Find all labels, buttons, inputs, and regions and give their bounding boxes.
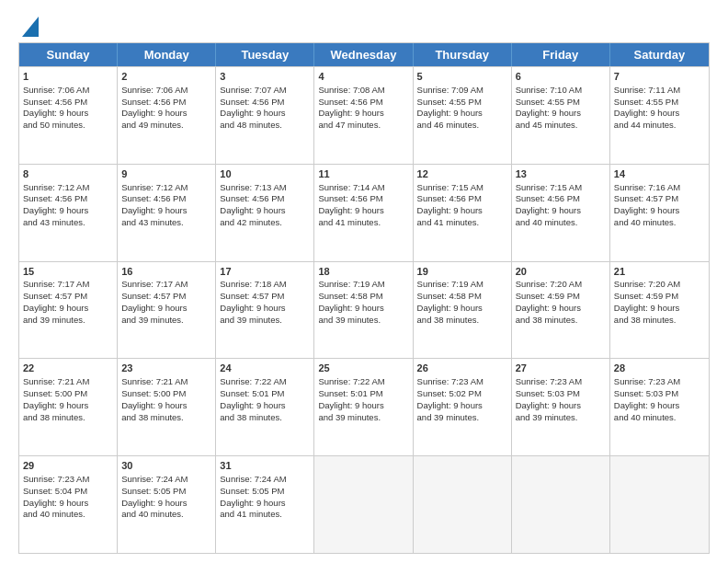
day-info-line-2: Sunset: 4:56 PM — [220, 97, 284, 107]
day-info-line-1: Sunrise: 7:10 AM — [516, 85, 582, 95]
day-info-line-2: Sunset: 4:57 PM — [23, 291, 87, 301]
day-number: 22 — [23, 362, 113, 375]
day-number: 26 — [417, 362, 507, 375]
day-number: 8 — [23, 167, 113, 181]
calendar-cell-day-28: 28Sunrise: 7:23 AMSunset: 5:03 PMDayligh… — [610, 359, 709, 455]
day-info-line-4: and 45 minutes. — [516, 120, 578, 130]
day-info-line-1: Sunrise: 7:09 AM — [417, 85, 483, 95]
day-info-line-4: and 39 minutes. — [417, 412, 480, 422]
day-info-line-2: Sunset: 4:56 PM — [318, 97, 382, 107]
calendar-cell-day-23: 23Sunrise: 7:21 AMSunset: 5:00 PMDayligh… — [118, 359, 216, 455]
day-info-line-1: Sunrise: 7:17 AM — [23, 279, 89, 289]
svg-marker-0 — [22, 17, 39, 37]
day-info-line-1: Sunrise: 7:18 AM — [220, 279, 286, 289]
logo — [18, 17, 39, 37]
day-info-line-3: Daylight: 9 hours — [318, 108, 383, 118]
day-info-line-1: Sunrise: 7:21 AM — [121, 376, 188, 386]
calendar-cell-day-31: 31Sunrise: 7:24 AMSunset: 5:05 PMDayligh… — [216, 456, 314, 553]
calendar-cell-day-5: 5Sunrise: 7:09 AMSunset: 4:55 PMDaylight… — [414, 67, 512, 164]
day-info-line-2: Sunset: 5:03 PM — [516, 388, 580, 398]
day-info-line-3: Daylight: 9 hours — [23, 108, 88, 118]
day-info-line-2: Sunset: 4:56 PM — [220, 193, 284, 203]
day-info-line-3: Daylight: 9 hours — [220, 205, 285, 215]
day-info-line-3: Daylight: 9 hours — [121, 498, 187, 508]
day-info-line-1: Sunrise: 7:16 AM — [614, 182, 680, 192]
calendar-cell-day-20: 20Sunrise: 7:20 AMSunset: 4:59 PMDayligh… — [512, 262, 610, 359]
day-info-line-4: and 43 minutes. — [23, 217, 85, 227]
day-info-line-2: Sunset: 4:56 PM — [516, 193, 580, 203]
day-info-line-1: Sunrise: 7:23 AM — [614, 376, 680, 386]
calendar-cell-empty — [512, 456, 610, 553]
calendar-cell-day-27: 27Sunrise: 7:23 AMSunset: 5:03 PMDayligh… — [512, 359, 610, 455]
day-info-line-4: and 39 minutes. — [220, 315, 282, 325]
calendar-cell-empty — [414, 456, 512, 553]
calendar-row-4: 22Sunrise: 7:21 AMSunset: 5:00 PMDayligh… — [19, 358, 709, 455]
calendar-cell-empty — [314, 456, 413, 553]
day-info-line-2: Sunset: 4:55 PM — [417, 97, 482, 107]
day-info-line-2: Sunset: 4:57 PM — [614, 193, 678, 203]
calendar-cell-day-24: 24Sunrise: 7:22 AMSunset: 5:01 PMDayligh… — [216, 359, 314, 455]
day-number: 17 — [220, 265, 310, 279]
day-info-line-3: Daylight: 9 hours — [23, 498, 88, 508]
day-number: 30 — [121, 459, 211, 473]
day-info-line-3: Daylight: 9 hours — [220, 400, 285, 410]
day-info-line-4: and 47 minutes. — [318, 120, 381, 130]
page: SundayMondayTuesdayWednesdayThursdayFrid… — [0, 0, 728, 563]
day-number: 23 — [121, 362, 211, 375]
day-number: 18 — [318, 265, 408, 279]
day-number: 28 — [614, 362, 705, 375]
calendar-cell-day-25: 25Sunrise: 7:22 AMSunset: 5:01 PMDayligh… — [314, 359, 413, 455]
day-info-line-4: and 49 minutes. — [121, 120, 184, 130]
day-info-line-3: Daylight: 9 hours — [220, 303, 285, 313]
day-info-line-4: and 38 minutes. — [121, 412, 184, 422]
day-info-line-3: Daylight: 9 hours — [516, 108, 581, 118]
day-number: 3 — [220, 70, 310, 84]
day-info-line-1: Sunrise: 7:22 AM — [318, 376, 384, 386]
day-info-line-3: Daylight: 9 hours — [516, 303, 581, 313]
day-info-line-2: Sunset: 4:57 PM — [220, 291, 284, 301]
day-info-line-1: Sunrise: 7:19 AM — [417, 279, 483, 289]
day-info-line-3: Daylight: 9 hours — [121, 400, 187, 410]
day-info-line-2: Sunset: 5:05 PM — [121, 486, 186, 496]
day-info-line-3: Daylight: 9 hours — [516, 400, 581, 410]
day-info-line-1: Sunrise: 7:06 AM — [121, 85, 188, 95]
day-number: 14 — [614, 167, 705, 181]
day-info-line-1: Sunrise: 7:07 AM — [220, 85, 286, 95]
day-info-line-4: and 39 minutes. — [121, 315, 184, 325]
weekday-header-monday: Monday — [118, 43, 216, 66]
day-number: 9 — [121, 167, 211, 181]
day-info-line-3: Daylight: 9 hours — [121, 303, 187, 313]
day-number: 1 — [23, 70, 113, 84]
weekday-header-friday: Friday — [512, 43, 610, 66]
day-info-line-1: Sunrise: 7:21 AM — [23, 376, 89, 386]
calendar-cell-day-6: 6Sunrise: 7:10 AMSunset: 4:55 PMDaylight… — [512, 67, 610, 164]
day-info-line-1: Sunrise: 7:14 AM — [318, 182, 384, 192]
day-info-line-1: Sunrise: 7:23 AM — [417, 376, 483, 386]
day-info-line-2: Sunset: 4:55 PM — [614, 97, 678, 107]
day-info-line-3: Daylight: 9 hours — [23, 400, 88, 410]
day-info-line-1: Sunrise: 7:24 AM — [121, 474, 188, 484]
day-info-line-1: Sunrise: 7:11 AM — [614, 85, 680, 95]
weekday-header-thursday: Thursday — [414, 43, 512, 66]
day-info-line-4: and 43 minutes. — [121, 217, 184, 227]
day-info-line-3: Daylight: 9 hours — [614, 108, 679, 118]
day-info-line-4: and 40 minutes. — [614, 217, 677, 227]
day-info-line-2: Sunset: 4:59 PM — [614, 291, 678, 301]
day-info-line-2: Sunset: 4:58 PM — [318, 291, 382, 301]
calendar-cell-day-10: 10Sunrise: 7:13 AMSunset: 4:56 PMDayligh… — [216, 165, 314, 261]
day-number: 6 — [516, 70, 606, 84]
weekday-header-tuesday: Tuesday — [216, 43, 314, 66]
calendar-cell-day-29: 29Sunrise: 7:23 AMSunset: 5:04 PMDayligh… — [19, 456, 118, 553]
calendar: SundayMondayTuesdayWednesdayThursdayFrid… — [18, 42, 710, 554]
day-info-line-4: and 39 minutes. — [23, 315, 85, 325]
day-info-line-1: Sunrise: 7:19 AM — [318, 279, 384, 289]
day-info-line-1: Sunrise: 7:15 AM — [417, 182, 483, 192]
day-info-line-1: Sunrise: 7:06 AM — [23, 85, 89, 95]
day-info-line-3: Daylight: 9 hours — [220, 498, 285, 508]
day-number: 11 — [318, 167, 408, 181]
calendar-cell-day-21: 21Sunrise: 7:20 AMSunset: 4:59 PMDayligh… — [610, 262, 709, 359]
day-number: 24 — [220, 362, 310, 375]
day-number: 15 — [23, 265, 113, 279]
day-info-line-2: Sunset: 4:56 PM — [417, 193, 482, 203]
calendar-cell-day-18: 18Sunrise: 7:19 AMSunset: 4:58 PMDayligh… — [314, 262, 413, 359]
